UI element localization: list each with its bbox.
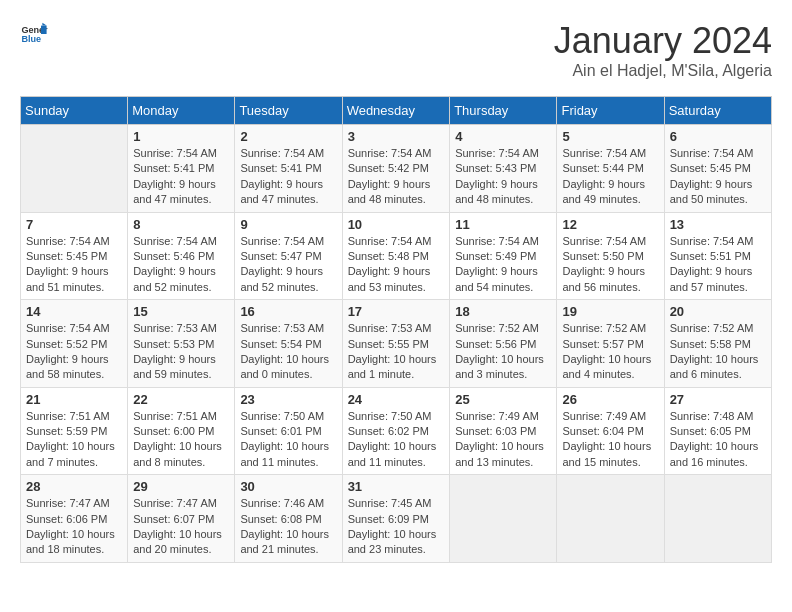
weekday-header-cell: Wednesday	[342, 97, 450, 125]
day-number: 8	[133, 217, 229, 232]
calendar-day-cell: 29Sunrise: 7:47 AMSunset: 6:07 PMDayligh…	[128, 475, 235, 563]
day-number: 18	[455, 304, 551, 319]
day-number: 9	[240, 217, 336, 232]
day-info: Sunrise: 7:49 AMSunset: 6:03 PMDaylight:…	[455, 409, 551, 471]
calendar-day-cell: 25Sunrise: 7:49 AMSunset: 6:03 PMDayligh…	[450, 387, 557, 475]
weekday-header-cell: Saturday	[664, 97, 771, 125]
calendar-day-cell: 13Sunrise: 7:54 AMSunset: 5:51 PMDayligh…	[664, 212, 771, 300]
day-info: Sunrise: 7:54 AMSunset: 5:43 PMDaylight:…	[455, 146, 551, 208]
calendar-day-cell: 20Sunrise: 7:52 AMSunset: 5:58 PMDayligh…	[664, 300, 771, 388]
logo-icon: General Blue	[20, 20, 48, 48]
day-info: Sunrise: 7:54 AMSunset: 5:48 PMDaylight:…	[348, 234, 445, 296]
calendar-week-row: 7Sunrise: 7:54 AMSunset: 5:45 PMDaylight…	[21, 212, 772, 300]
calendar-day-cell: 3Sunrise: 7:54 AMSunset: 5:42 PMDaylight…	[342, 125, 450, 213]
calendar-day-cell: 4Sunrise: 7:54 AMSunset: 5:43 PMDaylight…	[450, 125, 557, 213]
day-number: 13	[670, 217, 766, 232]
calendar-week-row: 14Sunrise: 7:54 AMSunset: 5:52 PMDayligh…	[21, 300, 772, 388]
title-block: January 2024 Ain el Hadjel, M'Sila, Alge…	[554, 20, 772, 80]
day-info: Sunrise: 7:47 AMSunset: 6:06 PMDaylight:…	[26, 496, 122, 558]
day-info: Sunrise: 7:54 AMSunset: 5:49 PMDaylight:…	[455, 234, 551, 296]
day-info: Sunrise: 7:53 AMSunset: 5:54 PMDaylight:…	[240, 321, 336, 383]
calendar-day-cell: 31Sunrise: 7:45 AMSunset: 6:09 PMDayligh…	[342, 475, 450, 563]
calendar-day-cell: 17Sunrise: 7:53 AMSunset: 5:55 PMDayligh…	[342, 300, 450, 388]
logo: General Blue	[20, 20, 48, 48]
calendar-day-cell: 11Sunrise: 7:54 AMSunset: 5:49 PMDayligh…	[450, 212, 557, 300]
weekday-header-cell: Monday	[128, 97, 235, 125]
day-info: Sunrise: 7:45 AMSunset: 6:09 PMDaylight:…	[348, 496, 445, 558]
calendar-day-cell: 10Sunrise: 7:54 AMSunset: 5:48 PMDayligh…	[342, 212, 450, 300]
calendar-day-cell: 9Sunrise: 7:54 AMSunset: 5:47 PMDaylight…	[235, 212, 342, 300]
calendar-day-cell: 26Sunrise: 7:49 AMSunset: 6:04 PMDayligh…	[557, 387, 664, 475]
page-header: General Blue January 2024 Ain el Hadjel,…	[20, 20, 772, 80]
svg-marker-2	[41, 26, 47, 34]
calendar-day-cell	[21, 125, 128, 213]
day-number: 7	[26, 217, 122, 232]
day-info: Sunrise: 7:50 AMSunset: 6:02 PMDaylight:…	[348, 409, 445, 471]
calendar-day-cell: 2Sunrise: 7:54 AMSunset: 5:41 PMDaylight…	[235, 125, 342, 213]
day-number: 31	[348, 479, 445, 494]
weekday-header-cell: Thursday	[450, 97, 557, 125]
calendar-week-row: 21Sunrise: 7:51 AMSunset: 5:59 PMDayligh…	[21, 387, 772, 475]
calendar-day-cell: 19Sunrise: 7:52 AMSunset: 5:57 PMDayligh…	[557, 300, 664, 388]
day-info: Sunrise: 7:54 AMSunset: 5:47 PMDaylight:…	[240, 234, 336, 296]
day-info: Sunrise: 7:54 AMSunset: 5:41 PMDaylight:…	[133, 146, 229, 208]
calendar-day-cell: 16Sunrise: 7:53 AMSunset: 5:54 PMDayligh…	[235, 300, 342, 388]
day-info: Sunrise: 7:48 AMSunset: 6:05 PMDaylight:…	[670, 409, 766, 471]
calendar-day-cell: 21Sunrise: 7:51 AMSunset: 5:59 PMDayligh…	[21, 387, 128, 475]
calendar-day-cell	[450, 475, 557, 563]
calendar-day-cell: 15Sunrise: 7:53 AMSunset: 5:53 PMDayligh…	[128, 300, 235, 388]
calendar-day-cell: 5Sunrise: 7:54 AMSunset: 5:44 PMDaylight…	[557, 125, 664, 213]
day-number: 16	[240, 304, 336, 319]
calendar-day-cell	[664, 475, 771, 563]
calendar-day-cell: 18Sunrise: 7:52 AMSunset: 5:56 PMDayligh…	[450, 300, 557, 388]
day-info: Sunrise: 7:54 AMSunset: 5:52 PMDaylight:…	[26, 321, 122, 383]
day-info: Sunrise: 7:54 AMSunset: 5:41 PMDaylight:…	[240, 146, 336, 208]
day-info: Sunrise: 7:49 AMSunset: 6:04 PMDaylight:…	[562, 409, 658, 471]
svg-text:Blue: Blue	[21, 34, 41, 44]
day-info: Sunrise: 7:54 AMSunset: 5:51 PMDaylight:…	[670, 234, 766, 296]
day-info: Sunrise: 7:54 AMSunset: 5:46 PMDaylight:…	[133, 234, 229, 296]
day-info: Sunrise: 7:53 AMSunset: 5:53 PMDaylight:…	[133, 321, 229, 383]
day-number: 27	[670, 392, 766, 407]
calendar-day-cell: 24Sunrise: 7:50 AMSunset: 6:02 PMDayligh…	[342, 387, 450, 475]
day-number: 24	[348, 392, 445, 407]
calendar-week-row: 1Sunrise: 7:54 AMSunset: 5:41 PMDaylight…	[21, 125, 772, 213]
day-number: 1	[133, 129, 229, 144]
calendar-day-cell: 8Sunrise: 7:54 AMSunset: 5:46 PMDaylight…	[128, 212, 235, 300]
weekday-header-cell: Sunday	[21, 97, 128, 125]
month-year-title: January 2024	[554, 20, 772, 62]
calendar-day-cell: 22Sunrise: 7:51 AMSunset: 6:00 PMDayligh…	[128, 387, 235, 475]
day-number: 25	[455, 392, 551, 407]
day-info: Sunrise: 7:52 AMSunset: 5:57 PMDaylight:…	[562, 321, 658, 383]
day-info: Sunrise: 7:54 AMSunset: 5:50 PMDaylight:…	[562, 234, 658, 296]
calendar-week-row: 28Sunrise: 7:47 AMSunset: 6:06 PMDayligh…	[21, 475, 772, 563]
day-number: 6	[670, 129, 766, 144]
weekday-header-cell: Tuesday	[235, 97, 342, 125]
calendar-day-cell: 7Sunrise: 7:54 AMSunset: 5:45 PMDaylight…	[21, 212, 128, 300]
weekday-header-row: SundayMondayTuesdayWednesdayThursdayFrid…	[21, 97, 772, 125]
day-number: 4	[455, 129, 551, 144]
day-info: Sunrise: 7:52 AMSunset: 5:56 PMDaylight:…	[455, 321, 551, 383]
day-info: Sunrise: 7:51 AMSunset: 6:00 PMDaylight:…	[133, 409, 229, 471]
day-number: 15	[133, 304, 229, 319]
calendar-body: 1Sunrise: 7:54 AMSunset: 5:41 PMDaylight…	[21, 125, 772, 563]
calendar-day-cell: 28Sunrise: 7:47 AMSunset: 6:06 PMDayligh…	[21, 475, 128, 563]
calendar-day-cell: 12Sunrise: 7:54 AMSunset: 5:50 PMDayligh…	[557, 212, 664, 300]
day-info: Sunrise: 7:51 AMSunset: 5:59 PMDaylight:…	[26, 409, 122, 471]
calendar-day-cell: 27Sunrise: 7:48 AMSunset: 6:05 PMDayligh…	[664, 387, 771, 475]
day-number: 21	[26, 392, 122, 407]
day-info: Sunrise: 7:54 AMSunset: 5:45 PMDaylight:…	[26, 234, 122, 296]
day-number: 19	[562, 304, 658, 319]
day-number: 12	[562, 217, 658, 232]
day-number: 14	[26, 304, 122, 319]
day-info: Sunrise: 7:52 AMSunset: 5:58 PMDaylight:…	[670, 321, 766, 383]
calendar-day-cell: 30Sunrise: 7:46 AMSunset: 6:08 PMDayligh…	[235, 475, 342, 563]
day-info: Sunrise: 7:54 AMSunset: 5:44 PMDaylight:…	[562, 146, 658, 208]
day-number: 2	[240, 129, 336, 144]
calendar-day-cell: 6Sunrise: 7:54 AMSunset: 5:45 PMDaylight…	[664, 125, 771, 213]
calendar-table: SundayMondayTuesdayWednesdayThursdayFrid…	[20, 96, 772, 563]
day-info: Sunrise: 7:54 AMSunset: 5:45 PMDaylight:…	[670, 146, 766, 208]
day-number: 22	[133, 392, 229, 407]
day-number: 20	[670, 304, 766, 319]
calendar-day-cell	[557, 475, 664, 563]
